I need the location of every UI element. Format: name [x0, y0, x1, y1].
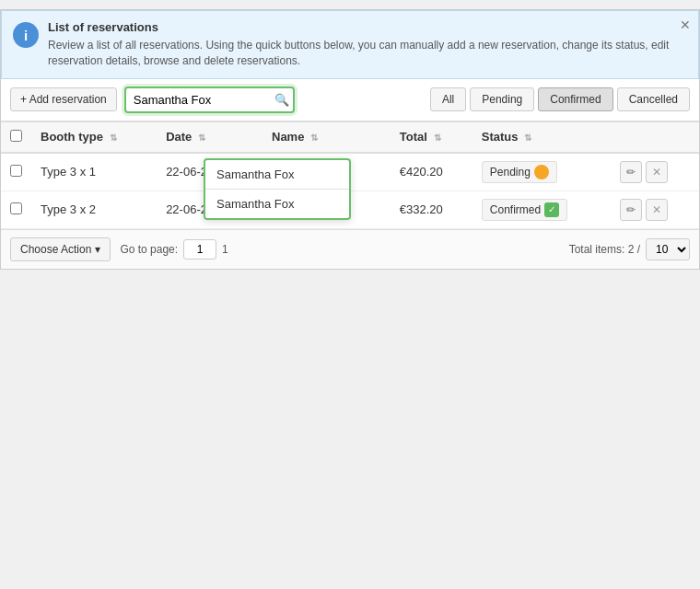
cell-status: Confirmed ✓ [472, 191, 612, 228]
header-actions [611, 121, 699, 153]
autocomplete-item-2[interactable]: Samantha Fox [205, 189, 349, 218]
action-buttons: ✏ ✕ [620, 161, 690, 183]
sort-name-icon: ⇅ [310, 133, 318, 143]
cell-total: €420.20 [391, 153, 472, 191]
add-reservation-button[interactable]: + Add reservation [10, 87, 117, 111]
row-checkbox[interactable] [10, 202, 22, 214]
filter-buttons: All Pending Confirmed Cancelled [430, 87, 690, 111]
info-title: List of reservations [48, 20, 687, 34]
choose-action-button[interactable]: Choose Action ▾ [10, 237, 111, 261]
per-page-select[interactable]: 10 25 50 [646, 238, 690, 260]
header-date[interactable]: Date ⇅ [157, 121, 262, 153]
autocomplete-item-1[interactable]: Samantha Fox [205, 160, 349, 189]
status-dot-green: ✓ [544, 202, 559, 217]
cell-actions: ✏ ✕ [611, 153, 699, 191]
cell-actions: ✏ ✕ [611, 191, 699, 228]
row-checkbox-cell [1, 153, 31, 191]
header-name[interactable]: Name ⇅ [262, 121, 391, 153]
goto-label: Go to page: [120, 243, 178, 256]
filter-all-button[interactable]: All [430, 87, 466, 111]
search-wrapper: 🔍 [124, 87, 295, 113]
status-dot-orange [534, 165, 549, 179]
goto-page: Go to page: 1 [120, 239, 228, 260]
header-status[interactable]: Status ⇅ [472, 121, 612, 153]
header-booth-type[interactable]: Booth type ⇅ [31, 121, 157, 153]
table-container: Samantha Fox Samantha Fox Booth type ⇅ D… [1, 121, 699, 229]
sort-booth-type-icon: ⇅ [110, 133, 117, 143]
total-pages: 1 [222, 243, 228, 256]
autocomplete-dropdown: Samantha Fox Samantha Fox [204, 158, 351, 220]
search-icon-button[interactable]: 🔍 [274, 93, 289, 107]
cell-total: €332.20 [391, 191, 472, 228]
sort-status-icon: ⇅ [524, 133, 531, 143]
toolbar: + Add reservation 🔍 All Pending Confirme… [1, 79, 699, 121]
search-input[interactable] [124, 87, 295, 113]
total-info: Total items: 2 / 10 25 50 [569, 238, 690, 260]
row-checkbox[interactable] [10, 165, 22, 177]
total-items-label: Total items: 2 / [569, 243, 640, 256]
info-text: List of reservations Review a list of al… [48, 20, 687, 69]
edit-button[interactable]: ✏ [620, 161, 642, 183]
edit-button[interactable]: ✏ [620, 199, 642, 221]
choose-action-label: Choose Action [20, 243, 91, 256]
search-icon: 🔍 [274, 93, 289, 107]
select-all-checkbox[interactable] [10, 130, 22, 142]
close-banner-button[interactable]: ✕ [680, 18, 691, 31]
delete-button[interactable]: ✕ [646, 199, 668, 221]
empty-area [0, 279, 700, 555]
info-icon: i [13, 22, 39, 48]
status-badge-pending: Pending [482, 161, 557, 183]
sort-date-icon: ⇅ [198, 133, 205, 143]
chevron-down-icon: ▾ [95, 243, 100, 256]
header-checkbox-col [1, 121, 31, 153]
main-container: i List of reservations Review a list of … [0, 9, 700, 270]
sort-total-icon: ⇅ [434, 133, 441, 143]
header-total[interactable]: Total ⇅ [391, 121, 472, 153]
cell-booth-type: Type 3 x 1 [31, 153, 157, 191]
delete-button[interactable]: ✕ [646, 161, 668, 183]
filter-cancelled-button[interactable]: Cancelled [617, 87, 690, 111]
filter-confirmed-button[interactable]: Confirmed [538, 87, 612, 111]
action-buttons: ✏ ✕ [620, 199, 690, 221]
status-badge-confirmed: Confirmed ✓ [482, 199, 567, 221]
info-description: Review a list of all reservations. Using… [48, 38, 687, 69]
cell-booth-type: Type 3 x 2 [31, 191, 157, 228]
cell-status: Pending [472, 153, 612, 191]
row-checkbox-cell [1, 191, 31, 228]
table-header: Booth type ⇅ Date ⇅ Name ⇅ Total ⇅ [1, 121, 699, 153]
page-input[interactable] [183, 239, 216, 260]
filter-pending-button[interactable]: Pending [470, 87, 534, 111]
table-footer: Choose Action ▾ Go to page: 1 Total item… [1, 229, 699, 269]
info-banner: i List of reservations Review a list of … [1, 10, 699, 79]
